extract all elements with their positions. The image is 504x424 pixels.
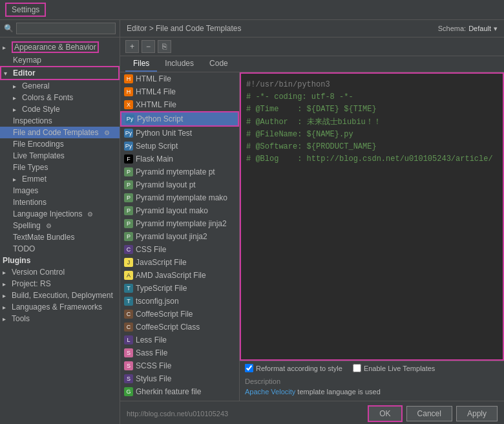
enable-live-checkbox-label[interactable]: Enable Live Templates (353, 364, 435, 372)
file-item-label: Pyramid layout jinja2 (136, 232, 207, 241)
reformat-checkbox-label[interactable]: Reformat according to style (245, 364, 342, 372)
file-list-item[interactable]: HHTML4 File (120, 85, 239, 98)
file-list-item[interactable]: GGherkin feature file (120, 385, 239, 398)
sidebar-item-textmate[interactable]: TextMate Bundles (0, 231, 120, 243)
file-icon: X (124, 100, 133, 109)
file-list-item[interactable]: SStylus File (120, 372, 239, 385)
file-item-label: Gherkin feature file (136, 387, 201, 396)
file-list-item[interactable]: XXHTML File (120, 98, 239, 111)
schema-dropdown-icon: ▾ (494, 25, 498, 33)
arrow-icon: ▸ (13, 106, 19, 113)
sidebar-item-general[interactable]: ▸ General (0, 80, 120, 92)
file-list-item[interactable]: HHTML File (120, 72, 239, 85)
search-input[interactable] (16, 23, 116, 34)
sidebar-item-label: Colors & Fonts (22, 93, 73, 102)
sidebar-item-project[interactable]: ▸ Project: RS (0, 278, 120, 290)
code-line: # @Author : 未来战士biubiu！！ (246, 116, 498, 129)
file-list-item[interactable]: PyPython Unit Test (120, 127, 239, 140)
title-bar: Settings (0, 0, 504, 20)
file-list-item[interactable]: LLess File (120, 334, 239, 346)
file-list-item[interactable]: PPyramid mytemplate pt (120, 165, 239, 178)
file-list-item[interactable]: SSass File (120, 346, 239, 359)
sidebar-item-inspections[interactable]: Inspections (0, 115, 120, 127)
sidebar-item-tools[interactable]: ▸ Tools (0, 313, 120, 324)
sidebar-item-version-control[interactable]: ▸ Version Control (0, 266, 120, 278)
sidebar-item-build[interactable]: ▸ Build, Execution, Deployment (0, 290, 120, 301)
file-list-item[interactable]: PySetup Script (120, 140, 239, 153)
reformat-checkbox[interactable] (245, 364, 253, 372)
remove-template-button[interactable]: − (142, 40, 155, 53)
sidebar-item-file-encodings[interactable]: File Encodings (0, 138, 120, 150)
tab-code[interactable]: Code (202, 56, 236, 72)
file-list-item[interactable]: Ttsconfig.json (120, 295, 239, 308)
description-area: Description Apache Velocity template lan… (240, 375, 504, 401)
file-list-item[interactable]: PPyramid layout mako (120, 204, 239, 217)
sidebar-item-languages[interactable]: ▸ Languages & Frameworks (0, 301, 120, 313)
sidebar-item-appearance[interactable]: ▸ Appearance & Behavior (0, 40, 120, 54)
sidebar-item-label: File Encodings (13, 140, 64, 149)
sidebar-item-images[interactable]: Images (0, 185, 120, 196)
file-icon: T (124, 297, 133, 306)
sidebar-item-label: TextMate Bundles (13, 233, 74, 242)
status-url: http://blog.csdn.net/u010105243 (127, 410, 364, 418)
file-list-item[interactable]: PPyramid mytemplate mako (120, 191, 239, 204)
schema-selector[interactable]: Schema: Default ▾ (438, 25, 498, 33)
file-list-item[interactable]: TTypeScript File (120, 282, 239, 295)
editor-footer: Reformat according to style Enable Live … (240, 361, 504, 375)
apache-velocity-link[interactable]: Apache Velocity (245, 388, 295, 396)
sidebar-item-colors-fonts[interactable]: ▸ Colors & Fonts (0, 92, 120, 103)
sidebar-item-live-templates[interactable]: Live Templates (0, 150, 120, 162)
tab-files[interactable]: Files (125, 56, 157, 72)
sidebar-item-language-injections[interactable]: Language Injections ⚙ (0, 208, 120, 220)
sidebar-item-plugins[interactable]: Plugins (0, 255, 120, 266)
tab-includes[interactable]: Includes (157, 56, 202, 72)
add-template-button[interactable]: + (125, 40, 139, 53)
file-list-item[interactable]: PPyramid layout pt (120, 178, 239, 191)
sidebar-item-code-style[interactable]: ▸ Code Style (0, 103, 120, 115)
sidebar-item-label: Live Templates (13, 151, 65, 160)
arrow-icon: ▸ (3, 269, 9, 276)
apply-button[interactable]: Apply (456, 406, 498, 421)
sidebar-item-label: Intentions (13, 198, 47, 207)
sidebar-item-keymap[interactable]: Keymap (0, 54, 120, 66)
file-item-label: Setup Script (136, 142, 178, 151)
file-item-label: Python Unit Test (136, 129, 192, 138)
sidebar-item-editor[interactable]: ▾ Editor (0, 66, 120, 80)
sidebar-item-emmet[interactable]: ▸ Emmet (0, 173, 120, 185)
code-editor[interactable]: #!/usr/bin/python3# -*- coding: utf-8 -*… (240, 72, 504, 361)
file-icon: C (124, 323, 133, 332)
file-list-item[interactable]: FFlask Main (120, 153, 239, 165)
file-list-item[interactable]: CCSS File (120, 243, 239, 256)
cancel-button[interactable]: Cancel (406, 406, 452, 421)
file-list-item[interactable]: PyPython Script (120, 111, 239, 127)
enable-live-checkbox[interactable] (353, 364, 361, 372)
sidebar-item-label: Spelling (13, 221, 41, 230)
file-item-label: HTML4 File (136, 87, 176, 96)
file-item-label: Sass File (136, 348, 167, 357)
file-list-item[interactable]: CCoffeeScript File (120, 308, 239, 321)
file-list-item[interactable]: SSCSS File (120, 359, 239, 372)
bottom-bar: http://blog.csdn.net/u010105243 OK Cance… (120, 401, 504, 424)
sidebar-item-label: Language Injections (13, 209, 82, 218)
sidebar-item-file-types[interactable]: File Types (0, 162, 120, 173)
arrow-icon: ▸ (13, 176, 19, 183)
arrow-icon: ▸ (3, 292, 9, 299)
file-list-item[interactable]: AAMD JavaScript File (120, 269, 239, 282)
sidebar-item-spelling[interactable]: Spelling ⚙ (0, 220, 120, 231)
file-list-item[interactable]: PPyramid layout jinja2 (120, 230, 239, 243)
sidebar-item-intentions[interactable]: Intentions (0, 196, 120, 208)
file-icon: P (124, 167, 133, 176)
file-list-item[interactable]: JJavaScript File (120, 256, 239, 269)
sidebar-item-label: Languages & Frameworks (12, 302, 102, 312)
arrow-icon: ▸ (3, 44, 9, 51)
sidebar-item-todo[interactable]: TODO (0, 243, 120, 255)
sidebar-item-file-code-templates[interactable]: File and Code Templates ⚙ (0, 127, 120, 138)
copy-template-button[interactable]: ⎘ (158, 40, 171, 53)
file-list-item[interactable]: CCoffeeScript Class (120, 321, 239, 334)
file-icon: L (124, 335, 133, 344)
ok-button[interactable]: OK (368, 405, 402, 422)
content-area: Editor > File and Code Templates Schema:… (120, 20, 504, 424)
file-item-label: SCSS File (136, 361, 171, 370)
file-item-label: Pyramid mytemplate mako (136, 193, 227, 202)
file-list-item[interactable]: PPyramid mytemplate jinja2 (120, 217, 239, 230)
